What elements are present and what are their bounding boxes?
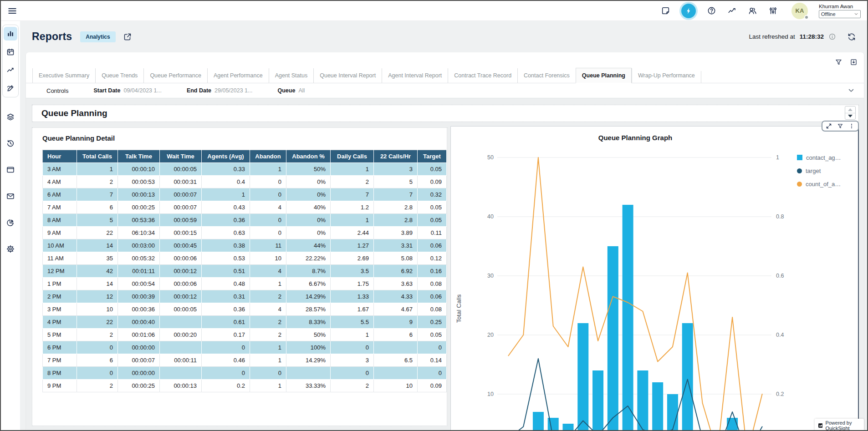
column-header[interactable]: 22 Calls/Hr	[374, 150, 418, 163]
refresh-icon[interactable]	[847, 32, 856, 41]
tab-agent-interval-report[interactable]: Agent Interval Report	[382, 68, 448, 83]
sidebar-item-bar-chart[interactable]	[4, 27, 17, 41]
queue-planning-table[interactable]: HourTotal CallsTalk TimeWait TimeAgents …	[42, 150, 447, 392]
tab-queue-trends[interactable]: Queue Trends	[95, 68, 143, 83]
powered-by-badge[interactable]: Powered by QuickSight	[815, 419, 864, 430]
panel-filter-icon[interactable]	[837, 123, 843, 129]
legend-item-target[interactable]: target	[797, 166, 841, 175]
column-header[interactable]: Daily Calls	[331, 150, 374, 163]
table-row[interactable]: 7 AM600:00:2500:00:070.43440%1.22.80.05	[43, 201, 447, 214]
lightning-icon[interactable]	[681, 4, 696, 18]
legend-item-bars[interactable]: contact_ag…	[797, 153, 841, 162]
column-header[interactable]: Target	[418, 150, 447, 163]
tab-queue-planning[interactable]: Queue Planning	[576, 68, 632, 83]
column-header[interactable]: Abandon %	[286, 150, 331, 163]
download-icon[interactable]	[850, 58, 858, 66]
svg-text:0.8: 0.8	[776, 213, 784, 220]
table-cell: 2.8	[374, 201, 418, 214]
table-row[interactable]: 8 PM000:00:000000	[43, 367, 447, 380]
filter-queue[interactable]: QueueAll	[277, 87, 305, 94]
table-row[interactable]: 6 PM000:00:0001100%00	[43, 341, 447, 354]
table-row[interactable]: 10 AM1400:03:0000:00:450.381144%1.273.31…	[43, 239, 447, 252]
tab-wrap-up-performance[interactable]: Wrap-Up Performance	[632, 68, 701, 83]
table-row[interactable]: 9 AM2206:10:3400:00:150.6300%2.443.890.1…	[43, 227, 447, 239]
sidebar-item-line-chart[interactable]	[4, 63, 17, 77]
table-cell: 3	[374, 163, 418, 176]
table-cell: 50%	[286, 329, 331, 341]
table-cell: 0.31	[202, 290, 250, 303]
svg-text:50: 50	[487, 154, 494, 161]
table-row[interactable]: 3 AM100:00:1000:00:050.33150%130.05	[43, 163, 447, 176]
tab-contract-trace-record[interactable]: Contract Trace Record	[448, 68, 517, 83]
table-cell: 11 AM	[43, 252, 77, 265]
filter-end-date[interactable]: End Date29/05/2023 1...	[187, 87, 253, 94]
menu-icon[interactable]	[7, 6, 17, 16]
table-cell: 10	[250, 252, 286, 265]
sidebar-item-history[interactable]	[4, 137, 17, 150]
table-row[interactable]: 6 AM700:00:1300:00:07100%770.32	[43, 188, 447, 201]
column-header[interactable]: Total Calls	[77, 150, 118, 163]
tab-agent-status[interactable]: Agent Status	[269, 68, 314, 83]
tab-executive-summary[interactable]: Executive Summary	[32, 68, 95, 83]
column-header[interactable]: Hour	[43, 150, 77, 163]
controls-label: Controls	[46, 87, 68, 94]
table-cell: 00:01:11	[118, 265, 160, 278]
metrics-icon[interactable]	[727, 6, 737, 15]
help-icon[interactable]	[707, 6, 716, 15]
column-header[interactable]: Wait Time	[160, 150, 202, 163]
table-row[interactable]: 9 PM200:00:2500:00:130.2133.33%2100.09	[43, 380, 447, 392]
notes-icon[interactable]	[661, 6, 670, 15]
table-row[interactable]: 4 AM200:00:5300:00:310.400%250.09	[43, 176, 447, 188]
table-cell	[160, 341, 202, 354]
tab-agent-performance[interactable]: Agent Performance	[207, 68, 269, 83]
tab-queue-interval-report[interactable]: Queue Interval Report	[313, 68, 382, 83]
avatar[interactable]: KA	[791, 3, 808, 19]
legend-item-count_of_a[interactable]: count_of_a…	[797, 179, 841, 188]
table-row[interactable]: 4 PM2200:00:400.6128.33%5.590.25	[43, 316, 447, 329]
scroll-up-button[interactable]	[845, 106, 855, 113]
table-cell: 00:00:25	[118, 380, 160, 392]
sidebar-item-gear[interactable]	[4, 242, 17, 256]
table-cell: 00:00:54	[118, 278, 160, 290]
table-cell: 0.53	[202, 252, 250, 265]
status-select[interactable]: Offline	[819, 10, 861, 18]
page-header: Reports Analytics Last refreshed at 11:2…	[20, 21, 867, 52]
table-cell: 06:10:34	[118, 227, 160, 239]
table-row[interactable]: 5 PM200:01:0600:00:200.17250%160.05	[43, 329, 447, 341]
info-icon[interactable]	[828, 33, 836, 41]
column-header[interactable]: Agents (Avg)	[202, 150, 250, 163]
table-cell	[160, 367, 202, 380]
table-row[interactable]: 3 PM1000:00:3600:00:050.36428.57%1.674.6…	[43, 303, 447, 316]
scroll-down-button[interactable]	[845, 113, 855, 120]
tab-contact-forensics[interactable]: Contact Forensics	[517, 68, 576, 83]
table-row[interactable]: 11 AM3500:05:3200:00:060.531022.22%2.695…	[43, 252, 447, 265]
kebab-menu-icon[interactable]	[848, 123, 855, 129]
sidebar-item-calendar[interactable]	[4, 45, 17, 59]
sidebar-item-mail[interactable]	[4, 189, 17, 203]
table-row[interactable]: 7 PM600:00:0700:00:110.46114.29%36.50.14	[43, 354, 447, 367]
sidebar-item-pie-chart[interactable]	[4, 216, 17, 229]
users-icon[interactable]	[748, 6, 757, 15]
sidebar-item-window[interactable]	[4, 163, 17, 177]
filter-start-date[interactable]: Start Date09/04/2023 1...	[93, 87, 161, 94]
column-header[interactable]: Talk Time	[118, 150, 160, 163]
table-row[interactable]: 2 PM1200:00:3900:00:120.31214.29%1.334.3…	[43, 290, 447, 303]
expand-icon[interactable]	[826, 123, 832, 129]
table-cell: 0.25	[418, 316, 447, 329]
sidebar-item-design[interactable]	[4, 81, 17, 95]
legend-label: contact_ag…	[806, 154, 841, 161]
tab-queue-performance[interactable]: Queue Performance	[143, 68, 207, 83]
table-row[interactable]: 1 PM1400:00:5400:00:060.4816.67%1.753.63…	[43, 278, 447, 290]
sliders-icon[interactable]	[768, 6, 778, 15]
table-row[interactable]: 8 AM500:53:3600:00:590.3600%12.80.05	[43, 214, 447, 227]
table-cell: 0	[77, 341, 118, 354]
table-cell: 6 PM	[43, 341, 77, 354]
sidebar-item-layers[interactable]	[4, 110, 17, 124]
filter-icon[interactable]	[835, 58, 842, 66]
table-cell: 00:00:15	[160, 227, 202, 239]
controls-collapse-icon[interactable]	[848, 87, 855, 94]
table-row[interactable]: 12 PM4200:01:1100:00:120.5148.7%3.56.920…	[43, 265, 447, 278]
table-cell: 6.5	[374, 354, 418, 367]
column-header[interactable]: Abandon	[250, 150, 286, 163]
external-link-icon[interactable]	[123, 32, 132, 41]
